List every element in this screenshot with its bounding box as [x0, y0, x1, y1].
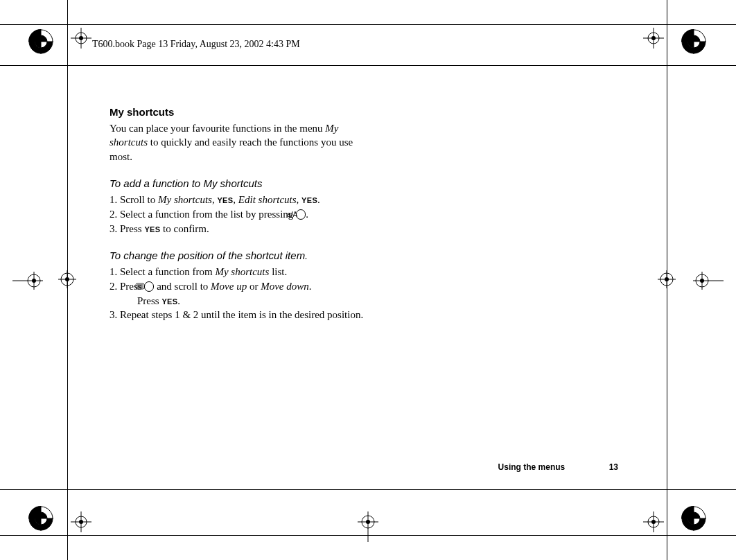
- footer-page-number: 13: [609, 462, 618, 472]
- edge-target-right-inner: [658, 270, 676, 288]
- step-b2: 2. Press and scroll to Move up or Move d…: [109, 279, 373, 308]
- a2-pre: Select a function from the list by press…: [120, 209, 296, 220]
- step-a3: 3. Press YES to confirm.: [109, 222, 373, 236]
- steps-change: 1. Select a function from My shortcuts l…: [109, 265, 373, 322]
- corner-target-top-right: [681, 29, 706, 54]
- frame-line-footer-top: [0, 489, 736, 490]
- b2-wrap-end: .: [177, 295, 180, 306]
- a3-yes: YES: [144, 225, 160, 234]
- b2-or: or: [247, 281, 261, 292]
- step-a1: 1. Scroll to My shortcuts, YES, Edit sho…: [109, 193, 373, 207]
- b1-pre: Select a function from: [120, 266, 215, 277]
- section-title-add: To add a function to My shortcuts: [109, 177, 373, 191]
- page-root: T600.book Page 13 Friday, August 23, 200…: [0, 0, 736, 560]
- step-b3: 3. Repeat steps 1 & 2 until the item is …: [109, 308, 373, 322]
- edge-target-left-inner: [58, 270, 76, 288]
- a1-em2: Edit shortcuts: [238, 194, 297, 205]
- cross-target-bottom-left: [71, 511, 91, 532]
- content-area: My shortcuts You can place your favourit…: [109, 105, 373, 335]
- edge-target-left: [12, 272, 30, 290]
- cross-target-top-left: [71, 28, 91, 49]
- keycap-a-a-icon: a/A: [296, 209, 306, 220]
- svg-point-31: [651, 36, 656, 40]
- heading-my-shortcuts: My shortcuts: [109, 105, 373, 120]
- a2-end: .: [306, 209, 308, 220]
- a1-pre: Scroll to: [120, 194, 158, 205]
- intro-paragraph: You can place your favourite functions i…: [109, 121, 373, 164]
- cross-target-top-right: [643, 28, 664, 49]
- b2-em2: Move down: [261, 281, 309, 292]
- svg-point-59: [366, 520, 370, 524]
- cross-target-bottom-right: [643, 511, 664, 532]
- b2-mid: and scroll to: [154, 281, 211, 292]
- svg-point-39: [651, 520, 656, 524]
- b2-wrap-pre: Press: [137, 295, 161, 306]
- frame-line-top: [0, 24, 736, 25]
- b1-em: My shortcuts: [215, 266, 269, 277]
- footer-section: Using the menus: [498, 462, 566, 472]
- svg-point-43: [32, 279, 36, 283]
- b1-end: list.: [269, 266, 287, 277]
- header-text: T600.book Page 13 Friday, August 23, 200…: [92, 39, 300, 50]
- section-title-change: To change the position of the shortcut i…: [109, 249, 373, 263]
- steps-add: 1. Scroll to My shortcuts, YES, Edit sho…: [109, 193, 373, 236]
- a1-yes2: YES: [301, 196, 317, 204]
- edge-target-bottom-center: [358, 511, 376, 530]
- svg-point-55: [700, 279, 704, 283]
- svg-point-51: [665, 277, 669, 281]
- edge-target-right: [693, 272, 711, 290]
- a3-pre: Press: [120, 223, 144, 234]
- b3-text: Repeat steps 1 & 2 until the item is in …: [120, 309, 363, 320]
- corner-target-bottom-right: [681, 506, 706, 531]
- a1-end: .: [317, 194, 320, 205]
- svg-point-35: [79, 520, 83, 524]
- a1-yes1: YES: [217, 196, 233, 204]
- corner-target-bottom-left: [28, 506, 53, 531]
- step-a2: 2. Select a function from the list by pr…: [109, 207, 373, 222]
- keycap-menu-icon: [144, 281, 154, 292]
- corner-target-top-left: [28, 29, 53, 54]
- footer: Using the menus 13: [498, 462, 618, 472]
- intro-text-1: You can place your favourite functions i…: [109, 123, 325, 134]
- a3-end: to confirm.: [160, 223, 209, 234]
- b2-em1: Move up: [211, 281, 247, 292]
- frame-line-header-bottom: [0, 65, 736, 66]
- a1-mid2: ,: [233, 194, 238, 205]
- a1-em1: My shortcuts: [158, 194, 212, 205]
- step-b2-wrap: Press YES.: [123, 294, 373, 308]
- svg-point-47: [65, 277, 69, 281]
- svg-point-27: [79, 36, 83, 40]
- b2-end: .: [309, 281, 312, 292]
- b2-wrap-yes: YES: [161, 297, 177, 306]
- step-b1: 1. Select a function from My shortcuts l…: [109, 265, 373, 279]
- a1-mid3: ,: [297, 194, 302, 205]
